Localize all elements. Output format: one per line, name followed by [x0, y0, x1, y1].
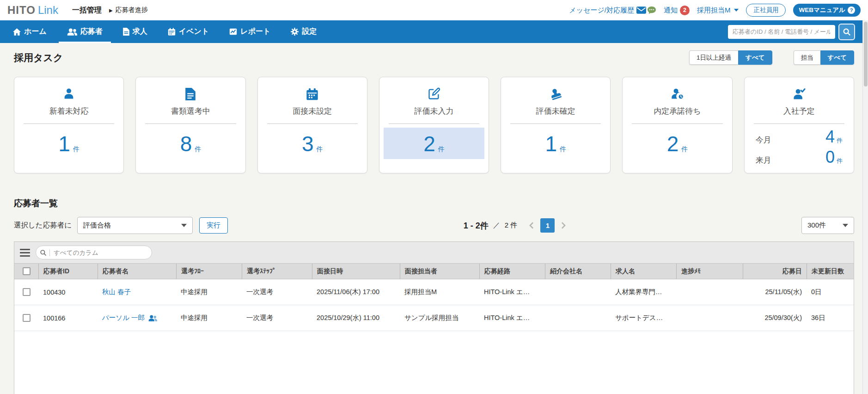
job-name: サポートデス…: [611, 314, 676, 322]
applicant-name-link[interactable]: パーソル 一郎: [102, 314, 145, 322]
task-card-document-screening[interactable]: 書類選考中 8件: [135, 77, 245, 173]
elapsed-filter-toggle: 1日以上経過 すべて: [689, 50, 772, 65]
app-logo[interactable]: HITO Link: [7, 4, 58, 17]
account-type-button[interactable]: 正社員用: [746, 4, 786, 17]
task-cards: 新着未対応 1件 書類選考中 8件 面接未設: [14, 77, 854, 173]
column-header[interactable]: 紹介会社名: [545, 264, 611, 279]
selection-flow: 中途採用: [176, 288, 242, 296]
page-number-button[interactable]: 1: [540, 218, 555, 233]
nav-search: [728, 20, 865, 43]
applicant-name-link[interactable]: 秋山 春子: [102, 288, 131, 296]
next-page-button[interactable]: [561, 222, 566, 229]
nav-item-label: 求人: [133, 27, 147, 37]
notifications-link[interactable]: 通知 2: [664, 6, 690, 15]
select-all-checkbox[interactable]: [23, 267, 31, 275]
card-row-label: 今月: [756, 135, 771, 145]
main-content: 採用タスク 1日以上経過 すべて 担当 すべて 新着未対応: [0, 43, 868, 394]
card-count-unit: 件: [438, 145, 445, 153]
nav-item-events[interactable]: イベント: [159, 20, 218, 43]
filter-elapsed-button[interactable]: 1日以上経過: [689, 50, 738, 65]
assignee-filter-toggle: 担当 すべて: [794, 50, 854, 65]
person-check-icon: [745, 86, 854, 101]
interviewer: サンプル採用担当: [400, 314, 479, 322]
pagination: 1 - 2件 ／ 2 件 1: [228, 218, 801, 233]
pagination-separator: ／: [493, 221, 500, 230]
filter-assigned-button[interactable]: 担当: [794, 50, 820, 65]
application-route: HITO-Link エ…: [479, 288, 545, 296]
bulk-action-label: 選択した応募者に: [14, 221, 72, 230]
nav-item-label: 設定: [302, 27, 317, 37]
nav-item-jobs[interactable]: 求人: [115, 20, 156, 43]
table-row[interactable]: 100166 パーソル 一郎 中途採用 一次選考 2025/10/29(水) 1…: [14, 305, 854, 331]
column-header[interactable]: 進捗ﾒﾓ: [676, 264, 743, 279]
group-members-icon: [148, 315, 157, 321]
column-header[interactable]: 面接日時: [312, 264, 400, 279]
breadcrumb-root: 一括管理: [72, 6, 102, 15]
task-card-offer-acceptance-waiting[interactable]: 内定承諾待ち 2件: [622, 77, 732, 173]
nav-item-home[interactable]: ホーム: [5, 20, 55, 43]
page-size-select[interactable]: 300件: [801, 217, 854, 234]
page: HITO Link 一括管理 ▶ 応募者進捗 メッセージ/対応履歴 通知 2: [0, 0, 868, 394]
search-button[interactable]: [838, 24, 855, 40]
top-right-links: メッセージ/対応履歴 通知 2 採用担当M 正社員用 WEBマニュアル: [569, 4, 861, 17]
nav-item-label: レポート: [240, 27, 270, 37]
nav-item-settings[interactable]: 設定: [282, 20, 325, 43]
scrollbar[interactable]: [862, 20, 868, 394]
card-count: 1: [58, 132, 70, 156]
table-menu-icon[interactable]: [20, 249, 30, 257]
task-card-interview-unscheduled[interactable]: 面接未設定 3件: [257, 77, 367, 173]
application-route: HITO-Link エ…: [479, 314, 545, 322]
task-card-evaluation-unconfirmed[interactable]: 評価未確定 1件: [501, 77, 611, 173]
column-header[interactable]: 応募者ID: [38, 264, 98, 279]
column-header[interactable]: 応募者名: [98, 264, 176, 279]
nav-item-label: ホーム: [24, 27, 47, 37]
column-header[interactable]: 選考ﾌﾛｰ: [176, 264, 242, 279]
column-header[interactable]: 面接担当者: [400, 264, 479, 279]
column-header[interactable]: 求人名: [611, 264, 676, 279]
page-size-value: 300件: [807, 221, 826, 230]
card-row-count: 4: [825, 127, 835, 146]
column-search-input[interactable]: [50, 249, 150, 256]
web-manual-button[interactable]: WEBマニュアル: [793, 4, 861, 17]
chevron-down-icon: [181, 224, 187, 227]
applicant-list-title: 応募者一覧: [14, 197, 854, 209]
column-header[interactable]: 未更新日数: [807, 264, 854, 279]
row-select-checkbox[interactable]: [23, 314, 31, 322]
bulk-action-select[interactable]: 評価合格: [77, 217, 193, 234]
messages-link[interactable]: メッセージ/対応履歴: [569, 6, 656, 15]
nav-item-applicants[interactable]: 応募者: [59, 20, 111, 43]
task-card-new-unhandled[interactable]: 新着未対応 1件: [14, 77, 124, 173]
filter-all-button[interactable]: すべて: [820, 50, 854, 65]
chevron-down-icon: [843, 224, 848, 227]
card-label: 評価未入力: [379, 106, 489, 117]
user-menu[interactable]: 採用担当M: [697, 6, 739, 15]
column-header[interactable]: 選考ｽﾃｯﾌﾟ: [242, 264, 312, 279]
row-select-checkbox[interactable]: [23, 288, 31, 296]
card-count-unit: 件: [195, 145, 201, 153]
table-header-row: 応募者ID 応募者名 選考ﾌﾛｰ 選考ｽﾃｯﾌﾟ 面接日時 面接担当者 応募経路…: [14, 264, 854, 279]
prev-page-button[interactable]: [529, 222, 534, 229]
column-header[interactable]: 応募日: [743, 264, 807, 279]
interviewer: 採用担当M: [400, 288, 479, 296]
scrollbar-thumb[interactable]: [864, 22, 868, 86]
column-header[interactable]: 応募経路: [479, 264, 545, 279]
applicant-search-input[interactable]: [728, 25, 835, 39]
filter-all-button[interactable]: すべて: [738, 50, 772, 65]
card-label: 書類選考中: [136, 106, 245, 117]
chart-icon: [229, 28, 237, 36]
nav-item-reports[interactable]: レポート: [221, 20, 279, 43]
card-row-label: 来月: [756, 155, 771, 166]
main-nav: ホーム 応募者 求人 イベント レポート: [0, 20, 868, 43]
selection-step: 一次選考: [242, 288, 312, 296]
notifications-label: 通知: [664, 6, 678, 15]
task-card-joining-scheduled[interactable]: 入社予定 今月 4件 来月 0件: [744, 77, 854, 173]
nav-item-label: 応募者: [80, 27, 103, 37]
nav-item-label: イベント: [179, 27, 209, 37]
applied-date: 25/09/30(火): [743, 314, 807, 322]
breadcrumb-current: 応募者進捗: [116, 6, 148, 14]
table-row[interactable]: 100430 秋山 春子 中途採用 一次選考 2025/11/06(木) 17:…: [14, 279, 854, 305]
task-card-evaluation-pending-input[interactable]: 評価未入力 2件: [379, 77, 489, 173]
gear-icon: [291, 28, 299, 36]
execute-button[interactable]: 実行: [199, 217, 228, 234]
logo-text-primary: HITO: [7, 4, 36, 17]
